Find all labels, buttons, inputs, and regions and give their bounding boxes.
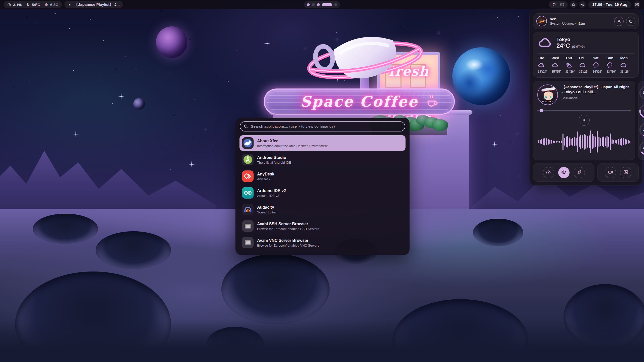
notifications-button[interactable] xyxy=(570,1,577,8)
star xyxy=(14,88,14,88)
storm-icon xyxy=(607,62,620,68)
workspace-dot-5[interactable] xyxy=(334,3,337,6)
app-row-audacity[interactable]: Audacity Sound Editor xyxy=(239,202,406,217)
search-input[interactable] xyxy=(240,121,405,131)
star xyxy=(69,28,70,29)
star xyxy=(55,86,55,86)
workspace-dot-1[interactable] xyxy=(307,3,310,6)
cloud-icon xyxy=(552,62,566,68)
crater xyxy=(206,327,264,362)
screen-record-button[interactable] xyxy=(605,167,616,178)
star xyxy=(115,72,115,73)
gear-icon xyxy=(617,19,622,24)
app-row-android-studio[interactable]: Android Studio The official Android IDE xyxy=(239,152,406,167)
star xyxy=(88,93,88,94)
power-button[interactable] xyxy=(626,17,635,26)
music-player: TOKYO L 【Japanese Playlist】 Japan All Ni… xyxy=(533,81,635,160)
cloud-icon xyxy=(538,36,552,50)
workspace-switcher[interactable] xyxy=(304,1,340,8)
star xyxy=(274,16,274,16)
app-row-network[interactable]: Avahi SSH Server Browser Browse for Zero… xyxy=(239,218,406,234)
rain-icon xyxy=(593,62,607,68)
star xyxy=(443,17,444,17)
star xyxy=(58,105,58,106)
cloud-icon xyxy=(579,62,593,68)
star xyxy=(99,80,100,80)
neon-sign: Space Coffee xyxy=(264,88,455,115)
star xyxy=(73,70,74,71)
forecast-day-tue: Tue 33°/24° xyxy=(538,56,552,73)
star xyxy=(90,19,91,20)
media-pill[interactable]: 【Japanese Playlist】 J... xyxy=(64,1,123,8)
balanced-profile-button[interactable] xyxy=(558,167,570,178)
network-icon xyxy=(242,237,254,248)
star xyxy=(635,194,635,195)
workspace-dot-3[interactable] xyxy=(317,3,320,6)
system-tray xyxy=(549,1,568,8)
star xyxy=(511,142,511,142)
power-icon xyxy=(628,19,633,24)
capture-group xyxy=(597,163,639,182)
system-stats-pill[interactable]: 3.1% 54°C 6.8G xyxy=(4,1,62,8)
seek-knob[interactable] xyxy=(540,109,543,112)
small-moon xyxy=(133,98,145,110)
top-bar: 3.1% 54°C 6.8G 【Japanese Playlist】 J... … xyxy=(0,0,644,9)
star xyxy=(194,99,194,100)
crater xyxy=(96,231,171,269)
coffee-steam-icon xyxy=(426,94,438,108)
app-row-arduino[interactable]: Arduino IDE v2 Arduino IDE v2 xyxy=(239,185,406,201)
app-row-anydesk[interactable]: AnyDesk AnyDesk xyxy=(239,168,406,184)
album-art[interactable]: TOKYO L xyxy=(537,84,558,105)
app-row-xfce[interactable]: About Xfce Information about the Xfce De… xyxy=(239,135,406,151)
star xyxy=(61,27,61,28)
wallpaper-icon[interactable] xyxy=(560,2,565,7)
star xyxy=(505,172,505,172)
star xyxy=(137,68,137,69)
sparkle-star xyxy=(75,131,76,137)
screenshot-button[interactable] xyxy=(620,167,631,178)
crater xyxy=(33,214,98,244)
app-list: About Xfce Information about the Xfce De… xyxy=(235,134,410,255)
performance-profile-button[interactable] xyxy=(543,167,554,178)
star xyxy=(51,51,52,51)
crater xyxy=(473,219,523,246)
track-artist: Chill Japan. xyxy=(561,96,631,100)
star xyxy=(520,97,521,97)
clock[interactable]: 17:09 - Tue, 19 Aug xyxy=(588,1,631,8)
app-launcher: About Xfce Information about the Xfce De… xyxy=(235,118,410,255)
speaker-icon xyxy=(580,3,585,7)
forecast-day-fri: Fri 35°/26° xyxy=(579,56,593,73)
play-pause-button[interactable] xyxy=(579,115,590,126)
workspace-dot-4[interactable] xyxy=(322,3,332,6)
star xyxy=(216,77,217,77)
cpu-stat: 3.1% xyxy=(7,3,22,7)
overview-button[interactable] xyxy=(634,1,640,8)
star xyxy=(40,9,40,10)
search-icon xyxy=(243,124,249,129)
star xyxy=(162,11,162,11)
cat-icon[interactable] xyxy=(552,2,556,7)
star xyxy=(228,81,229,82)
seek-bar[interactable] xyxy=(537,109,631,112)
workspace-dot-2[interactable] xyxy=(312,3,315,6)
powersave-profile-button[interactable] xyxy=(574,167,585,178)
settings-button[interactable] xyxy=(614,17,624,26)
volume-button[interactable] xyxy=(579,1,586,8)
leaf-icon xyxy=(576,169,582,176)
pause-icon xyxy=(582,118,586,122)
user-name: seb xyxy=(550,17,585,21)
chip-icon xyxy=(44,3,49,7)
star xyxy=(112,103,113,104)
app-row-network[interactable]: Avahi VNC Server Browser Browse for Zero… xyxy=(239,235,406,250)
album-art-label: TOKYO L xyxy=(538,100,557,103)
star xyxy=(506,18,506,18)
star xyxy=(625,197,625,197)
sparkle-star xyxy=(121,93,122,100)
forecast-day-sat: Sat 36°/26° xyxy=(593,56,607,73)
scales-icon xyxy=(561,169,567,176)
star xyxy=(27,17,27,17)
sign-text: Space Coffee xyxy=(265,93,454,110)
weather-forecast: Tue 33°/24° Wed 35°/25° Thu 33°/26° Fri … xyxy=(538,56,634,73)
star xyxy=(519,176,519,176)
star xyxy=(212,151,212,151)
